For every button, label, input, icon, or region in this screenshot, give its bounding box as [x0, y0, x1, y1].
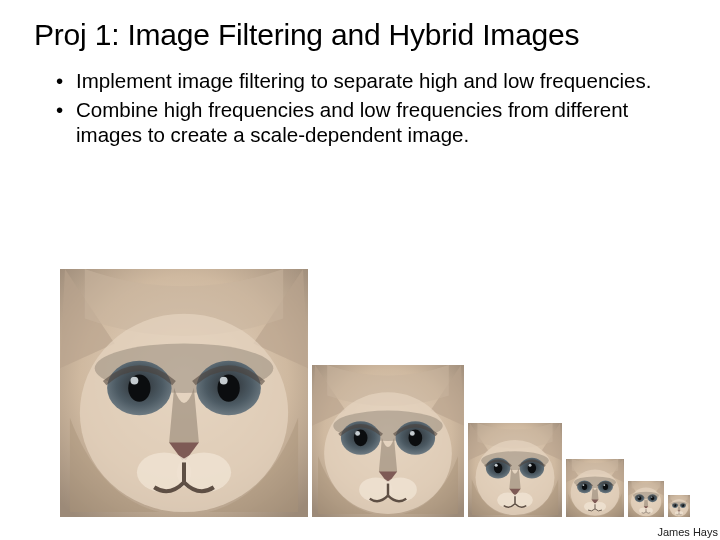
svg-point-7: [130, 377, 138, 385]
svg-point-62: [674, 505, 675, 506]
hybrid-image: [668, 495, 690, 517]
credit-text: James Hays: [657, 526, 718, 538]
svg-point-30: [529, 464, 532, 467]
hybrid-image: [566, 459, 624, 517]
hybrid-image: [628, 481, 664, 517]
bullet-list: Implement image filtering to separate hi…: [34, 68, 686, 147]
svg-point-40: [582, 484, 584, 486]
svg-point-8: [220, 377, 228, 385]
svg-point-52: [651, 497, 652, 498]
svg-point-19: [410, 431, 415, 436]
hybrid-image: [60, 269, 308, 517]
svg-point-41: [603, 484, 605, 486]
hybrid-image: [312, 365, 464, 517]
svg-point-29: [495, 464, 498, 467]
svg-point-51: [638, 497, 639, 498]
slide-title: Proj 1: Image Filtering and Hybrid Image…: [34, 18, 686, 52]
svg-point-18: [355, 431, 360, 436]
bullet-item: Implement image filtering to separate hi…: [56, 68, 686, 93]
svg-point-63: [682, 505, 683, 506]
bullet-item: Combine high frequencies and low frequen…: [56, 97, 686, 147]
hybrid-image: [468, 423, 562, 517]
hybrid-image-pyramid: [60, 269, 710, 517]
